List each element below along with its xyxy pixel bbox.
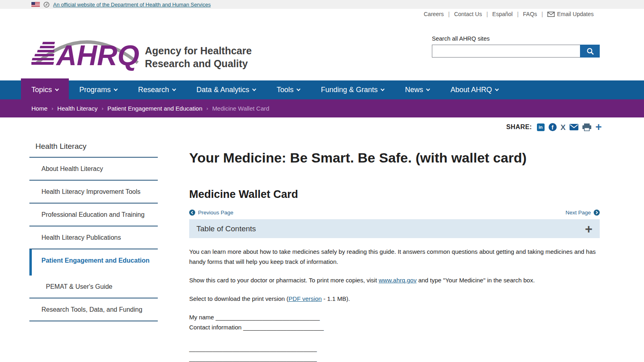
main-content: Your Medicine: Be Smart. Be Safe. (with … (189, 150, 600, 362)
espanol-link[interactable]: Español (492, 11, 513, 17)
agency-name-line1: Agency for Healthcare (145, 44, 252, 57)
nav-item-tools[interactable]: Tools (266, 80, 310, 99)
next-page-icon (594, 210, 600, 216)
careers-link[interactable]: Careers (424, 11, 444, 17)
sidebar: Health Literacy About Health Literacy He… (29, 139, 158, 321)
ahrq-logo[interactable]: AHRQ (31, 27, 141, 71)
ahrq-logo-image: AHRQ (31, 27, 141, 71)
page-title: Your Medicine: Be Smart. Be Safe. (with … (189, 150, 600, 166)
wallet-card-form: My name _______________________________ … (189, 312, 600, 362)
sidebar-item-about-health-literacy[interactable]: About Health Literacy (29, 158, 158, 181)
chevron-down-icon (55, 87, 59, 91)
search-button[interactable] (580, 45, 600, 58)
gov-banner: An official website of the Department of… (0, 0, 644, 9)
svg-text:AHRQ: AHRQ (56, 40, 139, 71)
search-area (432, 45, 600, 58)
breadcrumb-current: Medicine Wallet Card (212, 105, 269, 112)
sidebar-item-improvement-tools[interactable]: Health Literacy Improvement Tools (29, 181, 158, 204)
hhs-seal-icon (43, 2, 50, 8)
blank-line: ______________________________________ (189, 354, 600, 362)
pdf-version-link[interactable]: PDF version (289, 295, 322, 302)
breadcrumb-separator: › (101, 105, 103, 111)
search-icon (586, 47, 594, 55)
contact-us-link[interactable]: Contact Us (454, 11, 482, 17)
next-page-label: Next Page (566, 210, 591, 216)
chevron-down-icon (252, 87, 256, 91)
nav-item-news[interactable]: News (394, 80, 440, 99)
blank-line: ______________________________________ (189, 343, 600, 354)
breadcrumb-separator: › (206, 105, 208, 111)
toc-title: Table of Contents (196, 224, 256, 233)
nav-label: Programs (79, 86, 111, 94)
download-paragraph: Select to download the print version (PD… (189, 294, 600, 304)
chevron-down-icon (381, 87, 385, 91)
nav-label: Funding & Grants (321, 86, 378, 94)
chevron-down-icon (297, 87, 301, 91)
email-updates-link[interactable]: Email Updates (547, 11, 594, 17)
linkedin-share-icon[interactable]: in (537, 123, 545, 131)
print-icon[interactable] (582, 123, 591, 131)
sidebar-item-publications[interactable]: Health Literacy Publications (29, 226, 158, 249)
paragraph-text: Show this card to your doctor or pharmac… (189, 277, 379, 284)
previous-page-link[interactable]: Previous Page (189, 210, 233, 216)
divider: | (517, 11, 519, 17)
breadcrumb-separator: › (52, 105, 53, 111)
my-name-line: My name _______________________________ (189, 312, 600, 322)
nav-item-topics[interactable]: Topics (21, 78, 69, 101)
chevron-down-icon (426, 87, 430, 91)
table-of-contents-accordion[interactable]: Table of Contents + (189, 219, 600, 238)
print-copies-paragraph: Show this card to your doctor or pharmac… (189, 275, 600, 285)
chevron-down-icon (114, 87, 118, 91)
nav-label: Tools (277, 86, 293, 94)
nav-item-research[interactable]: Research (128, 80, 186, 99)
sidebar-item-pemat[interactable]: PEMAT & User's Guide (29, 276, 158, 298)
section-title: Medicine Wallet Card (189, 188, 600, 201)
nav-item-about-ahrq[interactable]: About AHRQ (440, 80, 509, 99)
more-share-options-icon[interactable]: + (595, 123, 602, 131)
nav-label: News (405, 86, 423, 94)
page: An official website of the Department of… (0, 0, 644, 362)
nav-item-programs[interactable]: Programs (69, 80, 128, 99)
main-nav: Topics Programs Research Data & Analytic… (0, 80, 644, 99)
next-page-link[interactable]: Next Page (566, 210, 600, 216)
ahrq-gov-link[interactable]: www.ahrq.gov (379, 277, 417, 284)
official-website-link[interactable]: An official website of the Department of… (53, 2, 211, 8)
chevron-down-icon (172, 87, 176, 91)
breadcrumb-home[interactable]: Home (31, 105, 47, 112)
sidebar-item-professional-education[interactable]: Professional Education and Training (29, 204, 158, 226)
intro-paragraph: You can learn more about how to take med… (189, 247, 600, 267)
nav-item-data-analytics[interactable]: Data & Analytics (186, 80, 266, 99)
x-twitter-share-icon[interactable]: X (561, 123, 566, 131)
breadcrumb: Home › Health Literacy › Patient Engagem… (0, 99, 644, 117)
facebook-share-icon[interactable]: f (549, 123, 557, 131)
sidebar-item-research-tools[interactable]: Research Tools, Data, and Funding (29, 298, 158, 321)
share-label: SHARE: (506, 123, 532, 131)
nav-item-funding-grants[interactable]: Funding & Grants (310, 80, 394, 99)
nav-label: Research (138, 86, 169, 94)
email-updates-label[interactable]: Email Updates (557, 11, 594, 17)
contact-information-line: Contact information ____________________… (189, 322, 600, 332)
search-input[interactable] (432, 45, 580, 58)
envelope-icon (547, 12, 555, 17)
agency-name-line2: Research and Quality (145, 57, 252, 70)
expand-icon[interactable]: + (585, 223, 592, 235)
breadcrumb-patient-engagement[interactable]: Patient Engagement and Education (107, 105, 202, 112)
paragraph-text: Select to download the print version ( (189, 295, 289, 302)
previous-page-label: Previous Page (198, 210, 233, 216)
email-share-icon[interactable] (570, 124, 578, 130)
divider: | (541, 11, 543, 17)
previous-page-icon (189, 210, 195, 216)
sidebar-title: Health Literacy (29, 139, 158, 158)
share-bar: SHARE: in f X + (506, 123, 602, 131)
utility-links: Careers | Contact Us | Español | FAQs | … (424, 11, 594, 17)
nav-label: Data & Analytics (196, 86, 249, 94)
paragraph-text: - 1.1 MB). (322, 295, 350, 302)
breadcrumb-health-literacy[interactable]: Health Literacy (57, 105, 97, 112)
nav-label: Topics (31, 86, 52, 94)
divider: | (486, 11, 488, 17)
us-flag-icon (31, 2, 40, 7)
faqs-link[interactable]: FAQs (523, 11, 537, 17)
divider: | (448, 11, 450, 17)
sidebar-item-patient-engagement[interactable]: Patient Engagement and Education (29, 249, 158, 276)
chevron-down-icon (495, 87, 499, 91)
